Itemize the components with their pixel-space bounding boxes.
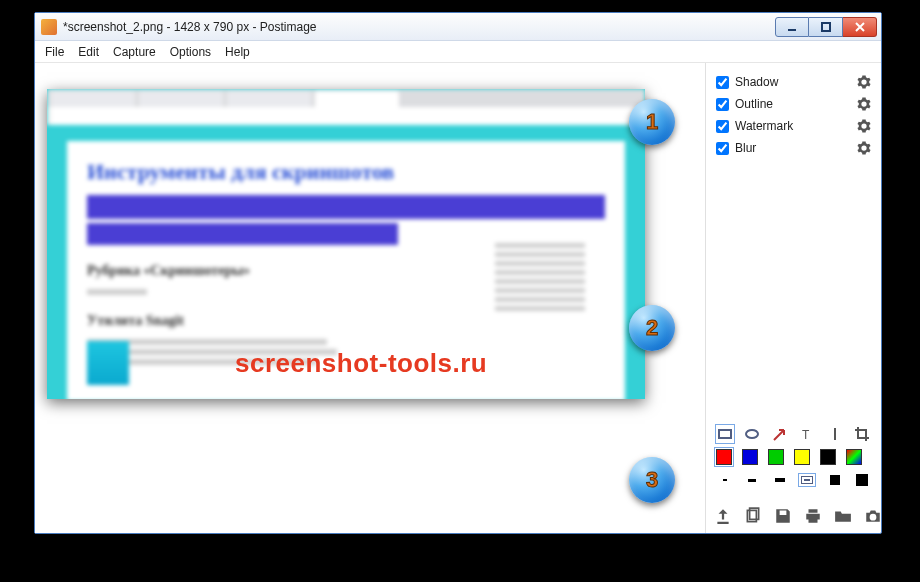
menubar: File Edit Capture Options Help [35, 41, 881, 63]
tool-ellipse[interactable] [744, 425, 762, 443]
action-bar [706, 501, 881, 533]
svg-point-3 [746, 430, 758, 438]
menu-capture[interactable]: Capture [113, 45, 156, 59]
tool-line[interactable] [826, 425, 844, 443]
close-button[interactable] [843, 17, 877, 37]
color-black[interactable] [820, 449, 836, 465]
app-icon [41, 19, 57, 35]
tool-arrow[interactable] [771, 425, 789, 443]
svg-rect-2 [719, 430, 731, 438]
screenshot-preview: Инструменты для скриншотов Рубрика «Скри… [47, 89, 645, 399]
color-blue[interactable] [742, 449, 758, 465]
menu-file[interactable]: File [45, 45, 64, 59]
blur-settings-icon[interactable] [857, 141, 871, 155]
svg-rect-5 [834, 428, 836, 440]
print-icon[interactable] [804, 507, 822, 525]
tool-rectangle[interactable] [716, 425, 734, 443]
color-red[interactable] [716, 449, 732, 465]
menu-edit[interactable]: Edit [78, 45, 99, 59]
tool-text[interactable]: T [799, 425, 817, 443]
outline-checkbox[interactable] [716, 98, 729, 111]
app-window: *screenshot_2.png - 1428 x 790 px - Post… [34, 12, 882, 534]
copy-icon[interactable] [744, 507, 762, 525]
tool-crop[interactable] [854, 425, 872, 443]
shadow-checkbox[interactable] [716, 76, 729, 89]
canvas-area[interactable]: Инструменты для скриншотов Рубрика «Скри… [35, 63, 705, 533]
stroke-size-5[interactable] [826, 471, 844, 489]
color-yellow[interactable] [794, 449, 810, 465]
annotation-bubble-2: 2 [629, 305, 675, 351]
svg-rect-1 [822, 23, 830, 31]
svg-rect-0 [788, 29, 796, 31]
shadow-settings-icon[interactable] [857, 75, 871, 89]
open-icon[interactable] [834, 507, 852, 525]
color-custom[interactable] [846, 449, 862, 465]
annotation-bubble-1: 1 [629, 99, 675, 145]
annotation-bubble-3: 3 [629, 457, 675, 503]
stroke-size-3[interactable] [771, 471, 789, 489]
effects-panel: Shadow Outline Watermark Blur [706, 63, 881, 169]
svg-text:T: T [802, 428, 810, 442]
color-green[interactable] [768, 449, 784, 465]
upload-icon[interactable] [714, 507, 732, 525]
watermark-settings-icon[interactable] [857, 119, 871, 133]
section-title-2: Утилита Snagit [87, 313, 605, 329]
blur-label: Blur [735, 141, 857, 155]
shadow-label: Shadow [735, 75, 857, 89]
camera-icon[interactable] [864, 507, 882, 525]
watermark-label: Watermark [735, 119, 857, 133]
stroke-size-4[interactable] [799, 471, 817, 489]
blur-checkbox[interactable] [716, 142, 729, 155]
watermark-checkbox[interactable] [716, 120, 729, 133]
menu-help[interactable]: Help [225, 45, 250, 59]
outline-label: Outline [735, 97, 857, 111]
outline-settings-icon[interactable] [857, 97, 871, 111]
page-heading: Инструменты для скриншотов [87, 159, 605, 185]
save-icon[interactable] [774, 507, 792, 525]
tools-panel: T [706, 411, 881, 501]
window-title: *screenshot_2.png - 1428 x 790 px - Post… [63, 20, 775, 34]
stroke-size-2[interactable] [744, 471, 762, 489]
stroke-size-6[interactable] [854, 471, 872, 489]
maximize-button[interactable] [809, 17, 843, 37]
minimize-button[interactable] [775, 17, 809, 37]
menu-options[interactable]: Options [170, 45, 211, 59]
stroke-size-1[interactable] [716, 471, 734, 489]
right-panel: Shadow Outline Watermark Blur [705, 63, 881, 533]
titlebar: *screenshot_2.png - 1428 x 790 px - Post… [35, 13, 881, 41]
